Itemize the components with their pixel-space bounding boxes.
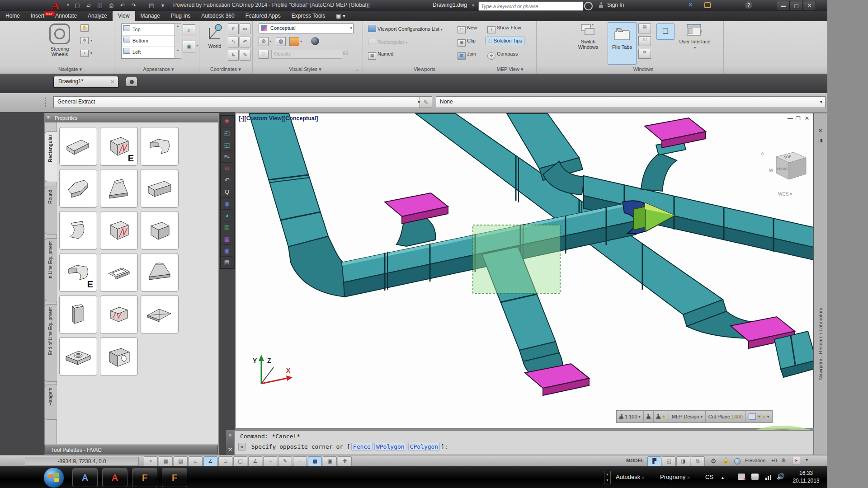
toggle-3d-object-snap[interactable]: ▢ — [233, 456, 247, 466]
toggle-polar-tracking[interactable]: ∠ — [203, 456, 217, 466]
minimize-button[interactable]: ▬ — [777, 1, 790, 10]
palette-tile-rect-flange-frame[interactable] — [100, 253, 138, 292]
palette-tile-rect-square-elbow[interactable] — [141, 211, 179, 250]
cadmep-orbit-icon[interactable]: ◉ — [221, 198, 233, 210]
viewport-config-list-button[interactable]: Viewport Configurations List ▾ — [368, 25, 443, 32]
palette-tile-rect-blank-end[interactable] — [141, 295, 179, 334]
quick-view-drawings-button[interactable]: ⧉ — [691, 456, 705, 466]
start-button[interactable] — [43, 467, 64, 488]
palette-tile-rect-elbow-access[interactable]: E — [59, 253, 97, 292]
viewcube[interactable]: ⌂ TOP FRONT W WCS ▾ — [761, 150, 806, 197]
palette-tile-hanger-plate-round-hole[interactable] — [59, 337, 97, 376]
tray-app-icon[interactable] — [751, 474, 759, 480]
ucs-tool-3[interactable]: ↶ — [240, 37, 250, 47]
tray-group-programy[interactable]: Programy » — [660, 474, 690, 480]
cadmep-zoom-icon[interactable]: Q — [221, 186, 233, 198]
filter-combo[interactable]: None ▾ — [436, 96, 826, 108]
ribbon-tab-featured-apps[interactable]: Featured Apps — [240, 11, 286, 21]
qat-redo-icon[interactable]: ↷ — [129, 1, 139, 10]
palette-tile-rect-corner-damper[interactable] — [100, 295, 138, 334]
ribbon-tab-plug-ins[interactable]: Plug-ins — [165, 11, 196, 21]
drawing-tab[interactable]: Drawing1* ✕ — [53, 76, 118, 88]
tray-language[interactable]: CS — [705, 474, 713, 480]
annotation-scale-button[interactable]: 1:100▾ — [617, 411, 644, 422]
pan-icon[interactable]: ✋ — [80, 24, 89, 32]
file-tabs-button[interactable]: File Tabs — [608, 22, 637, 65]
shaded-sphere-icon[interactable]: ◍ — [276, 37, 286, 46]
navigator-close-icon[interactable]: ✕ — [818, 128, 822, 134]
wireframe-sphere-icon[interactable]: ⊗ — [259, 37, 269, 46]
materials-icon[interactable] — [289, 37, 299, 46]
taskbar-cadmep-2[interactable]: F — [162, 468, 187, 487]
command-close-icon[interactable]: ✕ — [226, 433, 234, 438]
app-logo[interactable]: A MEP — [45, 0, 66, 19]
autoscale-button[interactable]: ✦ — [654, 411, 669, 422]
command-window-grip[interactable]: ✕ ⚒ — [226, 430, 234, 455]
tile-vertically-icon[interactable]: ◫ — [638, 36, 651, 46]
taskbar-autocad[interactable]: A — [72, 468, 98, 487]
qat-undo-icon[interactable]: ↶ — [118, 1, 127, 10]
model-label[interactable]: MODEL — [626, 458, 644, 463]
taskbar-cadmep-1[interactable]: F — [132, 468, 157, 487]
tab-close-icon[interactable]: ✕ — [111, 76, 114, 87]
viewport-clip-button[interactable]: ▣Clip — [458, 38, 476, 47]
opacity-sphere-icon[interactable]: ◌ — [259, 50, 269, 59]
model-space-button[interactable]: ▛ — [647, 456, 661, 466]
panel-label-visual-styles[interactable]: Visual Styles ▾ — [253, 66, 357, 72]
doc-minimize-icon[interactable]: — — [788, 115, 793, 122]
palette-bottom-bar[interactable]: Tool Palettes - HVAC — [44, 445, 218, 455]
cadmep-fill-icon[interactable]: FIL — [221, 151, 233, 163]
cadmep-undo-view-icon[interactable]: ↶ — [221, 174, 233, 186]
hardware-accel-icon[interactable] — [734, 458, 741, 465]
toggle-object-snap-tracking[interactable]: ∠ — [248, 456, 262, 466]
cadmep-no-draw-icon[interactable]: ⊘ — [221, 163, 233, 174]
switch-windows-button[interactable]: Switch Windows — [573, 23, 603, 50]
cadmep-ucs-view-icon[interactable]: ▣ — [221, 245, 233, 257]
view-list-scrollbar[interactable]: ▲▼ — [175, 23, 181, 59]
palette-tile-rect-riser-stub[interactable] — [59, 295, 97, 334]
cut-plane-button[interactable]: Cut Plane1400 — [706, 411, 746, 422]
volume-icon[interactable]: 🔊 — [777, 473, 784, 480]
ucs-tool-2[interactable]: ↰ — [228, 37, 239, 47]
sign-in-button[interactable]: Sign In — [607, 2, 624, 8]
new-tab-button[interactable] — [126, 77, 137, 87]
command-window[interactable]: Command: *Cancel* »-Specify opposite cor… — [234, 430, 814, 455]
display-config-button[interactable]: MEP Design▾ — [669, 411, 706, 422]
zoom-realtime-icon[interactable]: ⌕ — [183, 24, 195, 36]
service-combo[interactable]: General Extract ▾ — [53, 96, 423, 108]
panel-label-coordinates[interactable]: Coordinates ▾ — [200, 66, 251, 72]
exchange-apps-icon[interactable]: ✕ — [688, 1, 693, 8]
panel-label-appearance[interactable]: Appearance ▾ — [121, 66, 196, 72]
tray-scroll-buttons[interactable]: ▲▼ — [604, 471, 611, 484]
close-button[interactable]: ✕ — [803, 1, 816, 10]
palette-tile-rect-straight-duct[interactable] — [59, 127, 97, 166]
restore-button[interactable]: ▢ — [790, 1, 803, 10]
toolbar-lock-icon[interactable]: 🔓 — [722, 457, 729, 464]
tray-expand-icon[interactable]: ▲ — [721, 475, 725, 480]
ribbon-tab-overflow-icon[interactable]: ▣ ▾ — [330, 11, 351, 21]
viewport-named-button[interactable]: ▦Named — [368, 51, 393, 60]
drawing-canvas[interactable]: Y Z X ⌂ TOP FRONT W WCS ▾ — [235, 113, 814, 428]
command-option-cpolygon[interactable]: CPolygon — [408, 443, 440, 450]
palette-tab-in-line-equipment[interactable]: In Line Equipment — [45, 238, 57, 301]
qat-sheet-set-icon[interactable]: ▤ — [146, 1, 156, 10]
status-menu-icon[interactable]: ▼ — [805, 458, 809, 462]
app-status-icon[interactable]: ➤ — [792, 457, 800, 465]
command-wrench-icon[interactable]: ⚒ — [226, 447, 234, 452]
palette-tile-rect-duct-damper[interactable]: E — [100, 127, 138, 166]
clock[interactable]: 16:33 20.11.2013 — [790, 469, 822, 485]
cadmep-clipboard-icon[interactable]: ▤ — [221, 257, 233, 268]
viewport-join-button[interactable]: ⊞Join — [458, 51, 476, 60]
ribbon-tab-home[interactable]: Home — [0, 11, 25, 21]
wireframe-dropdown-icon[interactable]: ▾ — [269, 39, 271, 43]
palette-tile-rect-tee[interactable] — [141, 169, 179, 208]
cadmep-zoom-window-icon[interactable]: ◰ — [221, 127, 233, 139]
panel-label-navigate[interactable]: Navigate ▾ — [45, 66, 95, 72]
solution-tips-button[interactable]: ⚠Solution Tips — [486, 37, 524, 45]
panel-label-mep-view[interactable]: MEP View ▾ — [486, 66, 534, 72]
palette-tab-hangers[interactable]: Hangers — [45, 385, 57, 420]
elevation-label[interactable]: Elevation — [745, 458, 765, 463]
service-edit-button[interactable]: ✎ — [420, 96, 432, 108]
taskbar-autocad-mep[interactable]: A — [102, 468, 127, 487]
search-input[interactable] — [478, 1, 583, 11]
